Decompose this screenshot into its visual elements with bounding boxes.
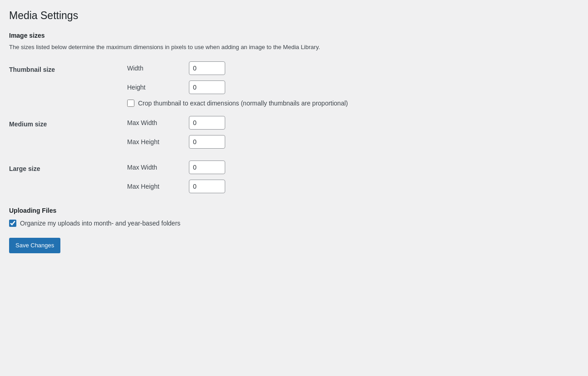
large-max-height-row: Max Height — [127, 180, 395, 193]
thumbnail-width-label: Width — [127, 65, 182, 72]
image-sizes-section: Image sizes The sizes listed below deter… — [9, 32, 395, 193]
large-max-width-row: Max Width — [127, 160, 395, 174]
organize-uploads-row: Organize my uploads into month- and year… — [9, 220, 395, 227]
medium-max-width-label: Max Width — [127, 119, 182, 126]
thumbnail-crop-row: Crop thumbnail to exact dimensions (norm… — [127, 100, 395, 107]
page-container: Media Settings Image sizes The sizes lis… — [0, 0, 409, 267]
thumbnail-crop-label: Crop thumbnail to exact dimensions (norm… — [138, 100, 348, 107]
organize-uploads-label: Organize my uploads into month- and year… — [20, 220, 180, 227]
medium-size-row: Medium size Max Width Max Height — [9, 116, 395, 149]
medium-fields: Max Width Max Height — [127, 116, 395, 149]
medium-max-height-input[interactable] — [189, 135, 225, 149]
thumbnail-height-input[interactable] — [189, 80, 225, 94]
thumbnail-width-input[interactable] — [189, 61, 225, 75]
medium-max-width-input[interactable] — [189, 116, 225, 130]
large-max-width-label: Max Width — [127, 164, 182, 171]
thumbnail-width-row: Width — [127, 61, 395, 75]
medium-max-height-label: Max Height — [127, 138, 182, 145]
thumbnail-crop-checkbox[interactable] — [127, 100, 134, 107]
image-sizes-description: The sizes listed below determine the max… — [9, 43, 395, 52]
thumbnail-label: Thumbnail size — [9, 61, 127, 73]
uploading-files-section: Uploading Files Organize my uploads into… — [9, 207, 395, 227]
thumbnail-height-row: Height — [127, 80, 395, 94]
large-label: Large size — [9, 160, 127, 172]
large-max-width-input[interactable] — [189, 160, 225, 174]
large-size-row: Large size Max Width Max Height — [9, 160, 395, 193]
large-max-height-input[interactable] — [189, 180, 225, 193]
page-title: Media Settings — [9, 9, 395, 23]
save-changes-button[interactable]: Save Changes — [9, 238, 60, 253]
large-fields: Max Width Max Height — [127, 160, 395, 193]
thumbnail-height-label: Height — [127, 84, 182, 91]
medium-max-height-row: Max Height — [127, 135, 395, 149]
medium-label: Medium size — [9, 116, 127, 128]
organize-uploads-checkbox[interactable] — [9, 220, 16, 227]
thumbnail-fields: Width Height Crop thumbnail to exact dim… — [127, 61, 395, 107]
thumbnail-size-row: Thumbnail size Width Height Crop thumbna… — [9, 61, 395, 107]
large-max-height-label: Max Height — [127, 183, 182, 190]
uploading-files-heading: Uploading Files — [9, 207, 395, 214]
medium-max-width-row: Max Width — [127, 116, 395, 130]
image-sizes-heading: Image sizes — [9, 32, 395, 39]
